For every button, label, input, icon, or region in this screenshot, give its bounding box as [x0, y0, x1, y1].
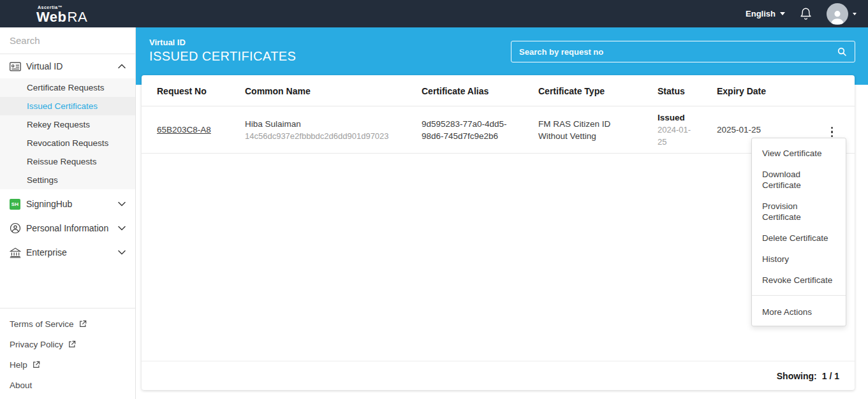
link-privacy-policy[interactable]: Privacy Policy: [0, 334, 135, 354]
status-date: 2024-01-25: [658, 124, 696, 148]
certificates-table: Request No Common Name Certificate Alias…: [142, 75, 855, 154]
external-link-icon: [68, 340, 76, 348]
sidebar: Virtual ID Certificate Requests Issued C…: [0, 27, 136, 399]
topbar: Ascertia™ WebRA English: [0, 0, 868, 27]
menu-item-download-certificate[interactable]: Download Certificate: [752, 164, 846, 196]
request-search-input[interactable]: [519, 47, 837, 57]
avatar: [827, 3, 848, 25]
person-icon: [10, 222, 26, 234]
chevron-up-icon: [118, 64, 126, 69]
request-no-link[interactable]: 65B203C8-A8: [157, 125, 211, 134]
col-request-no: Request No: [142, 75, 230, 106]
showing-value: 1 / 1: [822, 371, 839, 381]
menu-item-delete-certificate[interactable]: Delete Certificate: [752, 228, 846, 249]
sidebar-search: [0, 27, 135, 54]
sidebar-item-personal-information[interactable]: Personal Information: [0, 216, 135, 240]
col-actions: [791, 75, 855, 106]
sidebar-spacer: [0, 265, 135, 308]
sidebar-footer: Terms of Service Privacy Policy Help Abo…: [0, 308, 135, 399]
bank-icon: [10, 247, 26, 258]
col-status: Status: [642, 75, 702, 106]
sidebar-item-label: Virtual ID: [26, 61, 118, 71]
sidebar-item-virtual-id[interactable]: Virtual ID: [0, 54, 135, 78]
external-link-icon: [79, 320, 87, 328]
sidebar-item-rekey-requests[interactable]: Rekey Requests: [0, 115, 135, 134]
sidebar-item-reissue-requests[interactable]: Reissue Requests: [0, 152, 135, 171]
request-search-box: [511, 41, 855, 62]
sidebar-item-enterprise[interactable]: Enterprise: [0, 240, 135, 265]
status-badge: Issued: [658, 112, 696, 124]
menu-item-revoke-certificate[interactable]: Revoke Certificate: [752, 270, 846, 291]
signinghub-icon: SH: [10, 199, 26, 210]
id-card-icon: [10, 62, 26, 71]
sidebar-item-settings[interactable]: Settings: [0, 171, 135, 189]
search-icon[interactable]: [837, 47, 847, 57]
brand-logo[interactable]: Ascertia™ WebRA: [36, 5, 87, 24]
menu-item-provision-certificate[interactable]: Provision Certificate: [752, 196, 846, 228]
certificate-type: FM RAS Citizen ID Without Vetting: [523, 106, 642, 154]
link-help[interactable]: Help: [0, 354, 135, 375]
certificate-alias: 9d595283-77a0-4dd5-98d6-745d7fc9e2b6: [406, 106, 523, 154]
sidebar-search-input[interactable]: [10, 35, 136, 46]
sidebar-item-label: SigningHub: [26, 199, 118, 209]
sidebar-item-issued-certificates[interactable]: Issued Certificates: [0, 97, 135, 115]
link-terms-of-service[interactable]: Terms of Service: [0, 314, 135, 334]
link-about[interactable]: About: [0, 375, 135, 395]
table-header-row: Request No Common Name Certificate Alias…: [142, 75, 855, 106]
virtual-id-submenu: Certificate Requests Issued Certificates…: [0, 78, 135, 189]
row-actions-menu: View Certificate Download Certificate Pr…: [751, 138, 846, 326]
col-expiry-date: Expiry Date: [702, 75, 791, 106]
notifications-bell-icon[interactable]: [799, 7, 813, 21]
col-certificate-alias: Certificate Alias: [406, 75, 523, 106]
pagination-bar: Showing: 1 / 1: [142, 361, 855, 390]
menu-item-history[interactable]: History: [752, 249, 846, 270]
table-empty-area: [142, 154, 855, 361]
sidebar-item-revocation-requests[interactable]: Revocation Requests: [0, 134, 135, 152]
language-label: English: [746, 9, 776, 18]
issued-certificates-card: Request No Common Name Certificate Alias…: [142, 75, 855, 390]
brand-webra: WebRA: [36, 10, 87, 24]
table-row: 65B203C8-A8 Hiba Sulaiman 14c56dc937e2fb…: [142, 106, 855, 154]
menu-item-more-actions[interactable]: More Actions: [752, 300, 846, 318]
chevron-down-icon: [118, 201, 126, 207]
sidebar-item-label: Enterprise: [26, 247, 118, 258]
user-menu[interactable]: [827, 3, 857, 25]
topbar-actions: English: [746, 3, 857, 25]
menu-item-view-certificate[interactable]: View Certificate: [752, 143, 846, 164]
showing-label: Showing:: [777, 371, 817, 381]
external-link-icon: [33, 361, 40, 368]
sidebar-item-label: Personal Information: [26, 223, 118, 233]
caret-down-icon: [853, 13, 857, 15]
chevron-down-icon: [118, 226, 126, 231]
chevron-down-icon: [118, 250, 126, 255]
sidebar-item-certificate-requests[interactable]: Certificate Requests: [0, 78, 135, 97]
common-name: Hiba Sulaiman: [245, 118, 401, 130]
common-name-hash: 14c56dc937e2fbbbdc2d6dd901d97023: [245, 130, 401, 142]
col-common-name: Common Name: [230, 75, 406, 106]
caret-down-icon: [780, 12, 785, 15]
col-certificate-type: Certificate Type: [523, 75, 642, 106]
language-selector[interactable]: English: [746, 9, 785, 18]
sidebar-item-signinghub[interactable]: SH SigningHub: [0, 192, 135, 216]
menu-divider: [752, 295, 846, 296]
